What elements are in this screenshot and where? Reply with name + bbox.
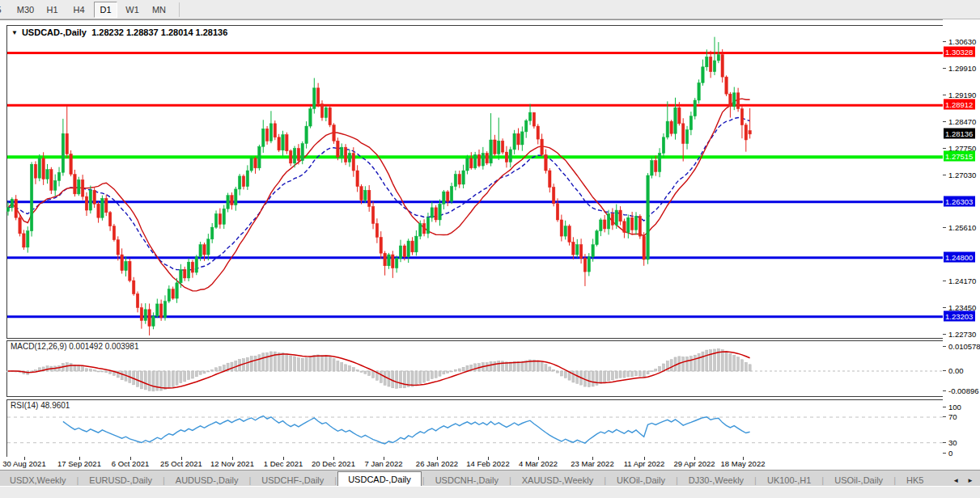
date-label: 6 Oct 2021 [112,459,149,468]
price-tick-dash [943,175,946,175]
macd-axis-label: 0.010578 [948,342,980,351]
main-chart-plot[interactable]: ▼USDCAD-,Daily 1.28232 1.28837 1.28014 1… [6,25,944,339]
price-tick-label: 1.30630 [948,36,976,45]
level-price-badge: 1.30328 [944,47,975,57]
macd-panel[interactable]: MACD(12,26,9) 0.001492 0.003981 [6,340,944,397]
tab-scroll-right-icon[interactable]: ► [967,477,974,484]
tab-separator: | [76,475,78,485]
level-price-badge: 1.23203 [944,310,975,321]
tab-separator: | [754,475,757,485]
price-axis: 1.306301.299101.291901.284701.277501.270… [943,19,980,470]
price-tick-dash [943,346,946,347]
date-axis: 30 Aug 202117 Sep 20216 Oct 202125 Oct 2… [0,457,943,470]
timeframe-button-5[interactable]: 5 [0,2,11,18]
chart-tab-dj30-weekly[interactable]: DJ30-,Weekly [679,473,753,487]
rsi-panel[interactable]: RSI(14) 48.9601 [6,399,944,458]
price-tick-dash [943,407,946,407]
price-tick-label: 1.22730 [948,329,976,338]
macd-label: MACD(12,26,9) [11,342,66,351]
date-label: 17 Sep 2021 [57,459,101,468]
rsi-axis-label: 70 [948,412,957,421]
price-tick-label: 1.27030 [948,170,976,179]
timeframe-button-m30[interactable]: M30 [14,2,37,18]
date-label: 4 Mar 2022 [519,459,558,468]
price-tick-dash [943,68,946,69]
date-label: 14 Feb 2022 [466,459,509,468]
timeframe-button-h1[interactable]: H1 [40,2,64,18]
toolbar-separator [179,2,180,17]
price-tick-label: 1.29190 [948,90,976,99]
price-tick-dash [943,307,946,308]
price-tick-label: 1.25610 [948,222,976,231]
chart-tab-usdcnh-daily[interactable]: USDCNH-,Daily [426,473,508,487]
date-label: 1 Dec 2021 [264,459,303,468]
tab-separator: | [893,475,896,485]
tab-separator: | [422,475,425,485]
rsi-title: RSI(14) 48.9601 [11,401,70,410]
level-price-badge: 1.28912 [944,99,975,110]
timeframe-toolbar: 5M30H1H4D1W1MN [0,0,980,19]
macd-values: 0.001492 0.003981 [69,342,138,351]
chart-tab-uk100-h1[interactable]: UK100-,H1 [757,473,821,487]
rsi-axis-label: 100 [948,403,961,411]
date-label: 26 Jan 2022 [416,459,458,468]
price-tick-dash [943,370,946,371]
date-label: 30 Aug 2021 [2,459,45,468]
chart-tab-usdx-weekly[interactable]: USDX,Weekly [0,473,75,487]
price-tick-dash [943,121,946,122]
tab-separator: | [604,475,606,485]
chart-tab-usdcad-daily[interactable]: USDCAD-,Daily [337,471,422,487]
trading-terminal: 5M30H1H4D1W1MN ▼USDCAD-,Daily 1.28232 1.… [0,0,980,498]
price-tick-dash [943,390,946,391]
timeframe-button-d1[interactable]: D1 [94,2,117,18]
price-tick-dash [943,442,946,443]
rsi-axis-label: 30 [948,438,957,447]
date-label: 29 Apr 2022 [673,459,715,468]
chart-symbol-label: USDCAD-,Daily [22,27,87,37]
rsi-axis-label: 0 [948,449,952,458]
date-label: 18 May 2022 [721,459,766,468]
chart-tab-audusd-daily[interactable]: AUDUSD-,Daily [166,473,248,487]
price-tick-label: 1.24170 [948,276,976,285]
chart-tab-ukoil-daily[interactable]: UKOil-,Daily [607,473,675,487]
date-label: 25 Oct 2021 [160,459,202,468]
macd-title: MACD(12,26,9) 0.001492 0.003981 [11,342,138,351]
rsi-value: 48.9601 [40,401,70,410]
rsi-label: RSI(14) [11,401,38,410]
tab-separator: | [676,475,678,485]
price-tick-dash [943,334,946,335]
chart-title: ▼USDCAD-,Daily 1.28232 1.28837 1.28014 1… [11,27,227,37]
symbol-dropdown-icon[interactable]: ▼ [11,29,18,36]
chart-tab-usdchf-daily[interactable]: USDCHF-,Daily [252,473,333,487]
chart-window: ▼USDCAD-,Daily 1.28232 1.28837 1.28014 1… [0,19,980,498]
level-price-badge: 1.24800 [944,251,975,262]
timeframe-button-mn[interactable]: MN [147,2,171,18]
price-tick-dash [943,227,946,228]
date-label: 12 Nov 2021 [210,459,254,468]
chart-ohlc-values: 1.28232 1.28837 1.28014 1.28136 [91,27,227,37]
level-price-badge: 1.26303 [944,196,975,206]
price-tick-label: 1.28470 [948,116,976,125]
price-tick-dash [943,148,946,149]
tab-scroll-left-icon[interactable]: ◄ [952,477,959,484]
chart-tab-hk5[interactable]: HK5 [897,473,933,487]
chart-tabs-bar: USDX,Weekly|EURUSD-,Daily|AUDUSD-,Daily|… [0,470,980,487]
price-tick-label: 1.29910 [948,63,976,72]
current-price-badge: 1.28136 [944,128,975,138]
date-label: 7 Jan 2022 [364,459,402,468]
tab-separator: | [248,475,251,485]
chart-tab-xauusd-weekly[interactable]: XAUUSD-,Weekly [512,473,603,487]
chart-tab-eurusd-daily[interactable]: EURUSD-,Daily [79,473,162,487]
date-label: 23 Mar 2022 [571,459,613,468]
macd-axis-label: 0.00 [948,366,964,375]
date-label: 11 Apr 2022 [624,459,665,468]
chart-tab-usoil-daily[interactable]: USOil-,Daily [825,473,893,487]
level-price-badge: 1.27515 [944,151,975,162]
tab-separator: | [509,475,511,485]
macd-axis-label: -0.00896 [948,386,979,395]
timeframe-button-h4[interactable]: H4 [67,2,91,18]
price-tick-dash [943,95,946,95]
timeframe-button-w1[interactable]: W1 [121,2,144,18]
tab-separator: | [334,475,337,485]
price-tick-dash [943,416,946,417]
